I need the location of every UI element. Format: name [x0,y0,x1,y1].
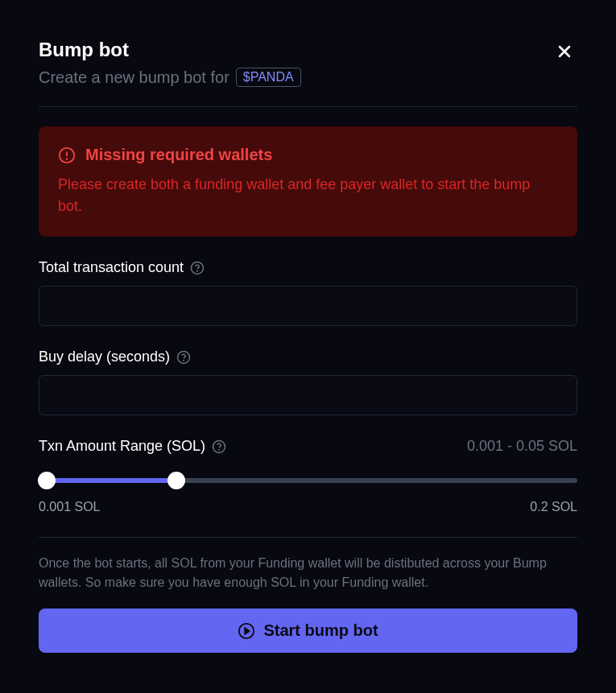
svg-point-10 [219,449,220,450]
range-slider[interactable] [39,471,577,490]
range-header: Txn Amount Range (SOL) 0.001 - 0.05 SOL [39,438,577,455]
range-label: Txn Amount Range (SOL) [39,438,226,455]
range-group: Txn Amount Range (SOL) 0.001 - 0.05 SOL … [39,438,577,514]
alert-icon [58,146,76,164]
play-icon [238,622,255,640]
modal-title: Bump bot [39,39,552,61]
txn-count-label-text: Total transaction count [39,259,184,276]
close-icon [555,42,574,61]
txn-count-label: Total transaction count [39,259,577,276]
range-label-text: Txn Amount Range (SOL) [39,438,205,455]
token-badge: $PANDA [236,68,301,87]
svg-point-6 [197,270,198,271]
close-button[interactable] [552,39,577,64]
slider-handle-high[interactable] [167,472,185,489]
txn-count-input[interactable] [39,286,577,326]
slider-fill [44,478,174,483]
help-icon[interactable] [212,439,226,454]
buy-delay-label: Buy delay (seconds) [39,349,577,365]
footer-note: Once the bot starts, all SOL from your F… [39,554,577,592]
help-icon[interactable] [176,350,191,365]
header-divider [39,106,577,107]
buy-delay-input[interactable] [39,375,577,415]
slider-minmax: 0.001 SOL 0.2 SOL [39,500,577,514]
range-value-display: 0.001 - 0.05 SOL [467,438,577,455]
buy-delay-group: Buy delay (seconds) [39,349,577,415]
header-text: Bump bot Create a new bump bot for $PAND… [39,39,552,87]
svg-point-8 [184,360,184,361]
help-icon[interactable] [190,261,205,275]
bump-bot-modal: Bump bot Create a new bump bot for $PAND… [13,13,603,679]
svg-point-4 [67,159,68,159]
alert-title: Missing required wallets [85,146,272,164]
modal-subtitle: Create a new bump bot for $PANDA [39,68,552,87]
slider-max-label: 0.2 SOL [530,500,577,514]
buy-delay-label-text: Buy delay (seconds) [39,349,170,365]
slider-min-label: 0.001 SOL [39,500,101,514]
start-button-label: Start bump bot [263,621,378,640]
footer-divider [39,537,577,538]
modal-header: Bump bot Create a new bump bot for $PAND… [39,39,577,87]
subtitle-prefix: Create a new bump bot for [39,68,229,87]
start-bump-bot-button[interactable]: Start bump bot [39,608,577,653]
alert-body: Please create both a funding wallet and … [58,174,558,217]
txn-count-group: Total transaction count [39,259,577,326]
alert-header: Missing required wallets [58,146,558,164]
error-alert: Missing required wallets Please create b… [39,126,577,237]
slider-handle-low[interactable] [38,472,56,489]
svg-marker-12 [246,628,250,633]
